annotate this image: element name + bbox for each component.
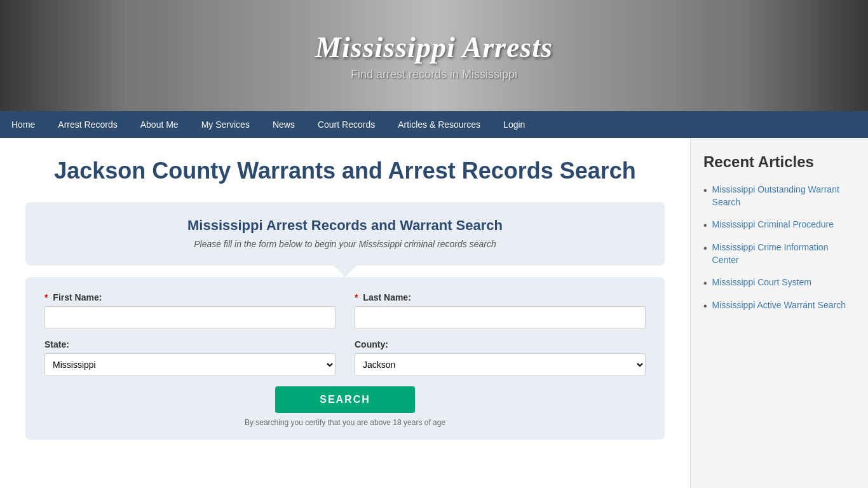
last-name-input[interactable] bbox=[355, 306, 646, 329]
page-title: Jackson County Warrants and Arrest Recor… bbox=[25, 157, 665, 184]
recent-articles-list: • Mississippi Outstanding Warrant Search… bbox=[703, 184, 855, 312]
site-header: Mississippi Arrests Find arrest records … bbox=[0, 0, 868, 111]
bullet-icon: • bbox=[703, 185, 707, 196]
article-link-4[interactable]: Mississippi Court System bbox=[712, 276, 811, 289]
nav-news[interactable]: News bbox=[261, 111, 306, 138]
search-button[interactable]: SEARCH bbox=[275, 386, 415, 413]
list-item: • Mississippi Outstanding Warrant Search bbox=[703, 184, 855, 208]
header-right-image bbox=[677, 0, 868, 111]
nav-about-me[interactable]: About Me bbox=[129, 111, 190, 138]
first-name-required: * bbox=[44, 292, 48, 302]
list-item: • Mississippi Crime Information Center bbox=[703, 241, 855, 266]
nav-court-records[interactable]: Court Records bbox=[306, 111, 386, 138]
card-pointer bbox=[334, 266, 356, 277]
nav-my-services[interactable]: My Services bbox=[190, 111, 261, 138]
header-center: Mississippi Arrests Find arrest records … bbox=[315, 30, 553, 81]
state-label: State: bbox=[44, 339, 336, 349]
sidebar: Recent Articles • Mississippi Outstandin… bbox=[690, 138, 868, 488]
article-link-2[interactable]: Mississippi Criminal Procedure bbox=[712, 219, 834, 231]
nav-articles-resources[interactable]: Articles & Resources bbox=[386, 111, 492, 138]
county-select[interactable]: Jackson bbox=[355, 353, 646, 376]
bullet-icon: • bbox=[703, 243, 707, 254]
last-name-required: * bbox=[355, 292, 358, 302]
page-body: Jackson County Warrants and Arrest Recor… bbox=[0, 138, 868, 488]
bullet-icon: • bbox=[703, 278, 707, 289]
list-item: • Mississippi Court System bbox=[703, 276, 855, 289]
main-navigation: Home Arrest Records About Me My Services… bbox=[0, 111, 868, 138]
first-name-input[interactable] bbox=[44, 306, 336, 329]
list-item: • Mississippi Active Warrant Search bbox=[703, 299, 855, 312]
header-left-image bbox=[0, 0, 191, 111]
site-subtitle: Find arrest records in Mississippi bbox=[315, 68, 553, 81]
last-name-group: * Last Name: bbox=[355, 292, 646, 329]
nav-login[interactable]: Login bbox=[492, 111, 536, 138]
article-link-3[interactable]: Mississippi Crime Information Center bbox=[712, 241, 855, 266]
article-link-5[interactable]: Mississippi Active Warrant Search bbox=[712, 299, 846, 312]
county-group: County: Jackson bbox=[355, 339, 646, 376]
state-select[interactable]: Mississippi bbox=[44, 353, 336, 376]
last-name-label: * Last Name: bbox=[355, 292, 646, 302]
search-card-title: Mississippi Arrest Records and Warrant S… bbox=[44, 217, 646, 234]
nav-home[interactable]: Home bbox=[0, 111, 46, 138]
location-row: State: Mississippi County: Jackson bbox=[44, 339, 646, 376]
search-card-subtitle: Please fill in the form below to begin y… bbox=[44, 239, 646, 249]
main-content: Jackson County Warrants and Arrest Recor… bbox=[0, 138, 690, 488]
article-link-1[interactable]: Mississippi Outstanding Warrant Search bbox=[712, 184, 855, 208]
search-card: Mississippi Arrest Records and Warrant S… bbox=[25, 202, 665, 266]
nav-arrest-records[interactable]: Arrest Records bbox=[46, 111, 128, 138]
bullet-icon: • bbox=[703, 220, 707, 231]
first-name-label: * First Name: bbox=[44, 292, 336, 302]
list-item: • Mississippi Criminal Procedure bbox=[703, 219, 855, 231]
sidebar-title: Recent Articles bbox=[703, 153, 855, 171]
search-form-area: * First Name: * Last Name: State: bbox=[25, 277, 665, 440]
bullet-icon: • bbox=[703, 301, 707, 312]
name-row: * First Name: * Last Name: bbox=[44, 292, 646, 329]
county-label: County: bbox=[355, 339, 646, 349]
first-name-group: * First Name: bbox=[44, 292, 336, 329]
state-group: State: Mississippi bbox=[44, 339, 336, 376]
certify-text: By searching you certify that you are ab… bbox=[44, 418, 646, 427]
site-title: Mississippi Arrests bbox=[315, 30, 553, 64]
